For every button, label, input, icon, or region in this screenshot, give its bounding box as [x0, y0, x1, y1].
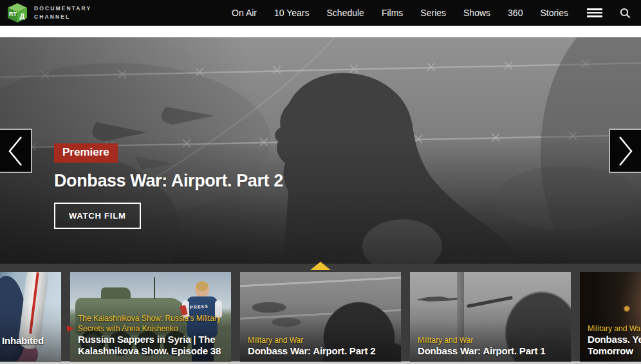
card-title: Tomorrow — [588, 345, 641, 357]
card-title: Donbass. Yesterday, Today, — [588, 334, 641, 345]
nav-item-schedule[interactable]: Schedule — [327, 8, 364, 18]
card-inhabited[interactable]: Inhabited — [0, 272, 61, 362]
hero-carousel: Premiere Donbass War: Airport. Part 2 WA… — [0, 37, 641, 264]
card-meta: Military and War Donbass War: Airport. P… — [248, 335, 397, 357]
card-donbass-airport-2[interactable]: Military and War Donbass War: Airport. P… — [240, 272, 401, 362]
channel-name-line2: CHANNEL — [34, 13, 91, 21]
card-meta: Inhabited — [2, 335, 57, 347]
nav-item-shows[interactable]: Shows — [463, 8, 490, 18]
card-title: Kalashnikova Show. Episode 38 — [78, 345, 227, 357]
top-navigation-bar: RT Д DOCUMENTARY CHANNEL On Air 10 Years… — [0, 0, 641, 26]
header-divider — [0, 26, 641, 37]
card-donbass-yesterday-today-tomorrow[interactable]: Military and War Donbass. Yesterday, Tod… — [580, 272, 641, 362]
card-kalashnikova-show[interactable]: PRESS The Kalashnikova Show: Russia's Mi… — [70, 272, 231, 362]
channel-name: DOCUMENTARY CHANNEL — [34, 5, 91, 21]
card-meta: Military and War Donbass. Yesterday, Tod… — [588, 323, 641, 357]
channel-name-line1: DOCUMENTARY — [34, 5, 91, 13]
logo-rt-letters: RT — [9, 11, 17, 17]
hamburger-menu-icon[interactable] — [587, 8, 602, 17]
card-category: Military and War — [248, 335, 397, 345]
thumbnail-strip: Inhabited PRESS The Kalashnikova Show: R… — [0, 264, 641, 364]
active-card-marker — [310, 262, 331, 270]
main-nav: On Air 10 Years Schedule Films Series Sh… — [232, 8, 631, 19]
card-gradient-overlay — [0, 272, 61, 362]
watch-film-button[interactable]: WATCH FILM — [54, 203, 141, 229]
logo-cube-icon: RT Д — [6, 3, 28, 23]
card-category: Secrets with Anna Knishenko — [78, 323, 227, 334]
nav-item-films[interactable]: Films — [382, 8, 403, 18]
chevron-right-icon — [615, 134, 636, 168]
card-category: Military and War — [588, 323, 641, 334]
chevron-left-icon — [5, 134, 26, 168]
logo-d-letter: Д — [20, 12, 25, 20]
nav-item-on-air[interactable]: On Air — [232, 8, 257, 18]
card-title: Donbass War: Airport. Part 1 — [418, 345, 567, 357]
card-donbass-airport-1[interactable]: Military and War Donbass War: Airport. P… — [410, 272, 571, 362]
search-icon[interactable] — [620, 8, 631, 19]
premiere-badge: Premiere — [54, 143, 118, 163]
card-title: Inhabited — [2, 335, 57, 347]
card-meta: Military and War Donbass War: Airport. P… — [418, 335, 567, 357]
card-row: Inhabited PRESS The Kalashnikova Show: R… — [0, 272, 641, 362]
hero-title: Donbass War: Airport. Part 2 — [54, 171, 283, 191]
carousel-next-button[interactable] — [609, 129, 641, 173]
nav-item-10-years[interactable]: 10 Years — [274, 8, 310, 18]
nav-item-stories[interactable]: Stories — [540, 8, 568, 18]
card-category: Military and War — [418, 335, 567, 345]
channel-logo[interactable]: RT Д DOCUMENTARY CHANNEL — [6, 3, 91, 23]
hero-content: Premiere Donbass War: Airport. Part 2 WA… — [54, 143, 283, 229]
card-title: Russian Sappers in Syria | The — [78, 334, 227, 345]
nav-item-series[interactable]: Series — [420, 8, 446, 18]
card-title: Donbass War: Airport. Part 2 — [248, 345, 397, 357]
card-meta: The Kalashnikova Show: Russia's Military… — [78, 313, 227, 357]
carousel-prev-button[interactable] — [0, 129, 32, 173]
card-category: The Kalashnikova Show: Russia's Military — [78, 313, 227, 323]
nav-item-360[interactable]: 360 — [508, 8, 523, 18]
